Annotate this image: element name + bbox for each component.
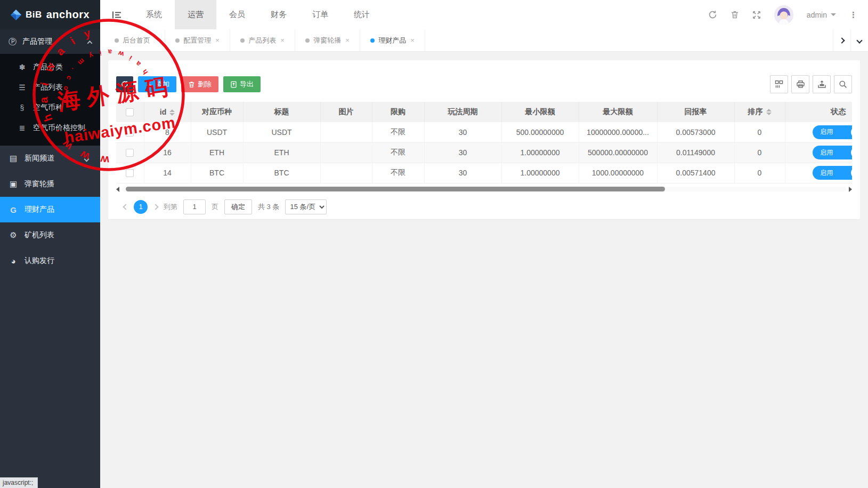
tab-home[interactable]: 后台首页 <box>100 29 165 51</box>
page-unit-label: 页 <box>212 202 218 212</box>
tab-product-list[interactable]: 产品列表× <box>230 29 295 51</box>
export-file-icon <box>230 81 237 88</box>
page-size-select[interactable]: 15 条/页 <box>285 199 327 214</box>
column-label: 排序 <box>748 107 763 116</box>
sidebar-subitem-product-list[interactable]: ☰产品列表 <box>0 77 100 98</box>
sidebar-item-label: 矿机列表 <box>25 230 54 240</box>
sort-desc-icon[interactable] <box>766 113 772 115</box>
export-data-icon[interactable] <box>813 75 831 93</box>
tab-dropdown-icon[interactable] <box>850 29 868 51</box>
export-button[interactable]: 导出 <box>223 76 261 92</box>
brand-name: anchorx <box>46 9 90 21</box>
pie-icon: ◕ <box>9 257 18 266</box>
cell-checkbox <box>116 142 144 163</box>
avatar[interactable] <box>774 5 793 25</box>
table-header-rate: 回报率 <box>657 102 734 122</box>
tab-close-icon[interactable]: × <box>410 36 415 44</box>
circle-p-icon: Ⓟ <box>9 37 17 47</box>
column-label: 最大限额 <box>603 107 633 116</box>
trash-icon[interactable] <box>731 10 739 19</box>
fullscreen-icon[interactable] <box>752 11 761 19</box>
select-all-checkbox[interactable] <box>126 108 134 116</box>
nav-item-operation[interactable]: 运营 <box>175 0 216 29</box>
refresh-table-button[interactable] <box>116 76 133 92</box>
columns-filter-icon[interactable] <box>770 75 788 93</box>
cell-min: 500.00000000 <box>501 122 579 142</box>
cell-max: 1000.00000000 <box>579 163 657 183</box>
sidebar-item-wealth-product[interactable]: G理财产品 <box>0 197 100 222</box>
sidebar-item-news-channel[interactable]: ▤新闻频道 <box>0 146 100 171</box>
search-icon[interactable] <box>834 75 852 93</box>
row-checkbox[interactable] <box>126 149 134 157</box>
tab-label: 配置管理 <box>183 36 211 45</box>
next-page-icon[interactable] <box>153 205 158 209</box>
brand-bib: BiB <box>26 10 42 20</box>
nav-item-system[interactable]: 系统 <box>133 0 175 29</box>
nav-item-stats[interactable]: 统计 <box>341 0 383 29</box>
nav-item-member[interactable]: 会员 <box>216 0 258 29</box>
horizontal-scrollbar <box>116 186 852 193</box>
refresh-icon[interactable] <box>708 10 717 19</box>
pagination: 1 到第 页 确定 共 3 条 15 条/页 <box>124 199 852 214</box>
more-menu-icon[interactable]: ⋮ <box>849 10 857 20</box>
cell-coin: USDT <box>191 122 243 142</box>
status-toggle[interactable]: 启用 <box>813 146 852 159</box>
status-toggle-label: 启用 <box>820 127 833 137</box>
scroll-right-icon[interactable] <box>849 187 852 192</box>
sidebar-subitem-product-category[interactable]: ✽产品分类 <box>0 57 100 77</box>
sidebar-subitem-air-coin-price[interactable]: ≣空气币价格控制 <box>0 118 100 138</box>
status-toggle[interactable]: 启用 <box>813 125 852 139</box>
tab-label: 产品列表 <box>248 36 276 45</box>
sidebar-item-subscription-issue[interactable]: ◕认购发行 <box>0 248 100 274</box>
delete-button[interactable]: 删除 <box>181 76 218 92</box>
print-icon[interactable] <box>791 75 809 93</box>
sort-asc-icon[interactable] <box>766 109 772 111</box>
tab-scroll-right-icon[interactable] <box>833 29 850 51</box>
table-header-limit: 限购 <box>372 102 424 122</box>
collapse-sidebar-icon[interactable] <box>100 0 133 29</box>
table-header-image: 图片 <box>320 102 372 122</box>
sidebar-subitem-air-coin[interactable]: §空气币种 <box>0 98 100 118</box>
page-number-input[interactable] <box>183 199 206 214</box>
column-label: 回报率 <box>685 107 707 116</box>
logo[interactable]: BiB anchorx <box>0 0 100 29</box>
add-button[interactable]: ＋ 添加 <box>138 76 176 92</box>
prev-page-icon[interactable] <box>124 205 128 209</box>
tab-close-icon[interactable]: × <box>215 36 220 44</box>
current-page-button[interactable]: 1 <box>134 200 148 214</box>
scrollbar-track[interactable] <box>122 187 846 191</box>
scrollbar-thumb[interactable] <box>126 187 665 191</box>
cell-rate: 0.00573000 <box>657 122 734 142</box>
sort-icon[interactable] <box>766 109 772 115</box>
row-checkbox[interactable] <box>126 129 134 137</box>
tab-config[interactable]: 配置管理× <box>165 29 230 51</box>
table-row: 14BTCBTC不限301.000000001000.000000000.005… <box>116 163 852 183</box>
tab-close-icon[interactable]: × <box>345 36 350 44</box>
sort-desc-icon[interactable] <box>169 113 175 116</box>
tab-close-icon[interactable]: × <box>280 36 285 44</box>
status-toggle[interactable]: 启用 <box>813 166 852 180</box>
cell-cycle: 30 <box>424 122 501 142</box>
scroll-left-icon[interactable] <box>116 187 119 192</box>
row-checkbox[interactable] <box>126 169 134 177</box>
tab-wealth-product[interactable]: 理财产品× <box>360 29 425 51</box>
confirm-page-button[interactable]: 确定 <box>224 199 252 214</box>
sidebar-item-popup-carousel[interactable]: ▣弹窗轮播 <box>0 171 100 197</box>
toggle-knob-icon <box>851 147 852 158</box>
sidebar-item-miner-list[interactable]: ⚙矿机列表 <box>0 222 100 248</box>
cell-limit: 不限 <box>372 122 424 142</box>
user-menu[interactable]: admin <box>807 11 836 19</box>
toggle-knob-icon <box>851 167 852 179</box>
column-label: 玩法周期 <box>448 107 478 116</box>
cell-title: ETH <box>243 142 320 163</box>
cell-title: BTC <box>243 163 320 183</box>
sort-icon[interactable] <box>169 109 175 116</box>
cell-coin: BTC <box>191 163 243 183</box>
brand-diamond-icon <box>11 10 21 20</box>
nav-item-order[interactable]: 订单 <box>299 0 341 29</box>
tab-popup-carousel[interactable]: 弹窗轮播× <box>295 29 360 51</box>
cell-image <box>320 142 372 163</box>
sort-asc-icon[interactable] <box>169 109 175 112</box>
nav-item-finance[interactable]: 财务 <box>258 0 299 29</box>
sidebar-group-product-management[interactable]: Ⓟ 产品管理 <box>0 29 100 54</box>
